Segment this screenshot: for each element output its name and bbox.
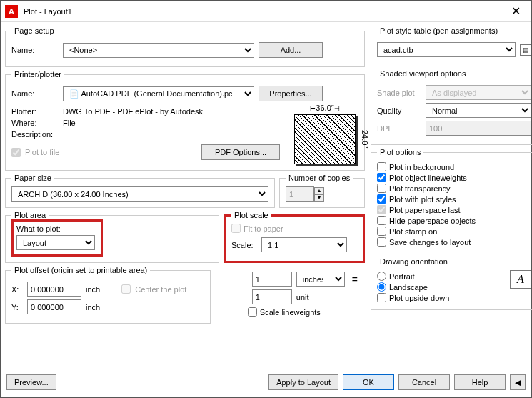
- opt-transparency-label: Plot transparency: [389, 184, 451, 193]
- plot-to-file-label: Plot to file: [25, 148, 59, 156]
- plot-scale-group: Plot scale Fit to paper Scale: 1:1: [224, 211, 365, 263]
- paper-height-dim: 24.0″: [361, 115, 369, 164]
- opt-paperspace-last-checkbox: [377, 205, 386, 214]
- plot-style-edit-icon[interactable]: ▤: [520, 44, 531, 56]
- plot-to-file-checkbox: [11, 148, 21, 157]
- opt-styles-checkbox[interactable]: [377, 194, 386, 204]
- printer-properties-button[interactable]: Properties...: [259, 86, 323, 101]
- window-title: Plot - Layout1: [24, 7, 500, 16]
- shaded-viewport-group: Shaded viewport options Shade plotAs dis…: [371, 69, 532, 145]
- apply-to-layout-button[interactable]: Apply to Layout: [268, 374, 338, 390]
- opt-hide-paperspace-checkbox[interactable]: [377, 216, 386, 225]
- orientation-icon: A: [510, 270, 531, 289]
- preview-button[interactable]: Preview...: [6, 374, 56, 390]
- copies-input: [286, 186, 314, 202]
- opt-stamp-checkbox[interactable]: [377, 227, 386, 236]
- page-setup-name-select[interactable]: <None>: [63, 43, 254, 58]
- offset-x-label: X:: [11, 285, 23, 294]
- landscape-radio[interactable]: [377, 282, 386, 292]
- scale-unit-select[interactable]: inches: [296, 272, 345, 287]
- printer-name-select[interactable]: 📄 AutoCAD PDF (General Documentation).pc…: [63, 86, 254, 101]
- scale-label: Scale:: [231, 241, 257, 249]
- plot-offset-group: Plot offset (origin set to printable are…: [5, 266, 211, 324]
- opt-save-layout-checkbox[interactable]: [377, 237, 386, 247]
- plot-area-group: Plot area What to plot: Layout: [5, 211, 219, 263]
- plot-area-legend: Plot area: [11, 211, 49, 219]
- opt-styles-label: Plot with plot styles: [389, 195, 456, 204]
- equals-icon: =: [349, 274, 361, 285]
- plot-offset-legend: Plot offset (origin set to printable are…: [11, 266, 150, 274]
- offset-x-input[interactable]: [27, 282, 81, 297]
- landscape-label: Landscape: [389, 283, 428, 292]
- app-logo-icon: A: [5, 5, 18, 18]
- quality-select[interactable]: Normal: [426, 103, 531, 118]
- scale-numerator-input[interactable]: [252, 272, 292, 287]
- dpi-input: [426, 121, 531, 136]
- pdf-options-button[interactable]: PDF Options...: [201, 144, 280, 160]
- cancel-button[interactable]: Cancel: [398, 374, 450, 390]
- plot-options-legend: Plot options: [377, 148, 423, 156]
- what-to-plot-select[interactable]: Layout: [16, 235, 95, 250]
- upside-down-checkbox[interactable]: [377, 293, 386, 302]
- shaded-viewport-legend: Shaded viewport options: [377, 69, 468, 78]
- paper-width-dim: ⊢36.0″⊣: [295, 104, 355, 112]
- where-label: Where:: [11, 119, 59, 127]
- opt-paperspace-last-label: Plot paperspace last: [389, 206, 461, 214]
- plot-scale-legend: Plot scale: [231, 211, 271, 219]
- copies-spinner: ▲▼: [314, 187, 324, 202]
- offset-y-unit: inch: [86, 303, 100, 312]
- plotter-label: Plotter:: [11, 107, 59, 116]
- portrait-radio[interactable]: [377, 272, 386, 281]
- page-setup-legend: Page setup: [11, 26, 57, 35]
- opt-lineweights-label: Plot object lineweights: [389, 174, 467, 182]
- scale-denominator-unit: unit: [296, 293, 309, 302]
- offset-x-unit: inch: [86, 285, 100, 294]
- what-to-plot-highlight: What to plot: Layout: [11, 219, 103, 257]
- page-setup-add-button[interactable]: Add...: [259, 42, 323, 58]
- upside-down-label: Plot upside-down: [389, 294, 449, 302]
- what-to-plot-label: What to plot:: [16, 224, 96, 233]
- plot-dialog: A Plot - Layout1 ✕ Page setup Name: <Non…: [0, 0, 532, 398]
- plot-style-table-legend: Plot style table (pen assignments): [377, 26, 501, 35]
- page-setup-group: Page setup Name: <None> Add...: [5, 26, 365, 67]
- center-plot-label: Center the plot: [135, 285, 186, 294]
- copies-group: Number of copies ▲▼: [279, 174, 365, 208]
- fit-to-paper-checkbox: [231, 224, 241, 233]
- printer-legend: Printer/plotter: [11, 70, 64, 79]
- opt-hide-paperspace-label: Hide paperspace objects: [389, 217, 476, 225]
- paper-size-select[interactable]: ARCH D (36.00 x 24.00 Inches): [11, 186, 268, 202]
- close-button[interactable]: ✕: [500, 1, 531, 22]
- opt-lineweights-checkbox[interactable]: [377, 173, 386, 182]
- paper-size-legend: Paper size: [11, 174, 54, 182]
- offset-y-input[interactable]: [27, 299, 81, 314]
- orientation-legend: Drawing orientation: [377, 257, 451, 266]
- shade-plot-label: Shade plot: [377, 89, 421, 97]
- shade-plot-select: As displayed: [426, 85, 531, 100]
- plot-style-table-group: Plot style table (pen assignments) acad.…: [371, 26, 532, 66]
- scale-denominator-input[interactable]: [252, 289, 292, 304]
- paper-size-group: Paper size ARCH D (36.00 x 24.00 Inches): [5, 174, 275, 208]
- opt-transparency-checkbox[interactable]: [377, 184, 386, 193]
- center-plot-checkbox: [121, 284, 131, 294]
- plot-style-table-select[interactable]: acad.ctb: [377, 42, 516, 57]
- dialog-footer: Preview... Apply to Layout OK Cancel Hel…: [1, 369, 531, 397]
- help-button[interactable]: Help: [454, 374, 506, 390]
- opt-background-label: Plot in background: [389, 163, 454, 171]
- printer-group: Printer/plotter Name: 📄 AutoCAD PDF (Gen…: [5, 70, 365, 171]
- opt-background-checkbox[interactable]: [377, 162, 386, 171]
- collapse-arrow-icon[interactable]: ◀: [510, 374, 526, 390]
- opt-stamp-label: Plot stamp on: [389, 227, 437, 236]
- fit-to-paper-label: Fit to paper: [244, 224, 283, 233]
- scale-select[interactable]: 1:1: [261, 237, 347, 252]
- plot-options-group: Plot options Plot in background Plot obj…: [371, 148, 532, 254]
- page-setup-name-label: Name:: [11, 46, 59, 54]
- printer-name-label: Name:: [11, 89, 59, 98]
- quality-label: Quality: [377, 106, 421, 115]
- paper-preview-icon: ⊢36.0″⊣ 24.0″: [294, 114, 356, 164]
- plotter-value: DWG To PDF - PDF ePlot - by Autodesk: [63, 107, 203, 116]
- where-value: File: [63, 119, 76, 127]
- ok-button[interactable]: OK: [343, 374, 394, 390]
- dpi-label: DPI: [377, 124, 421, 133]
- scale-lineweights-checkbox[interactable]: [248, 307, 257, 317]
- offset-y-label: Y:: [11, 303, 23, 312]
